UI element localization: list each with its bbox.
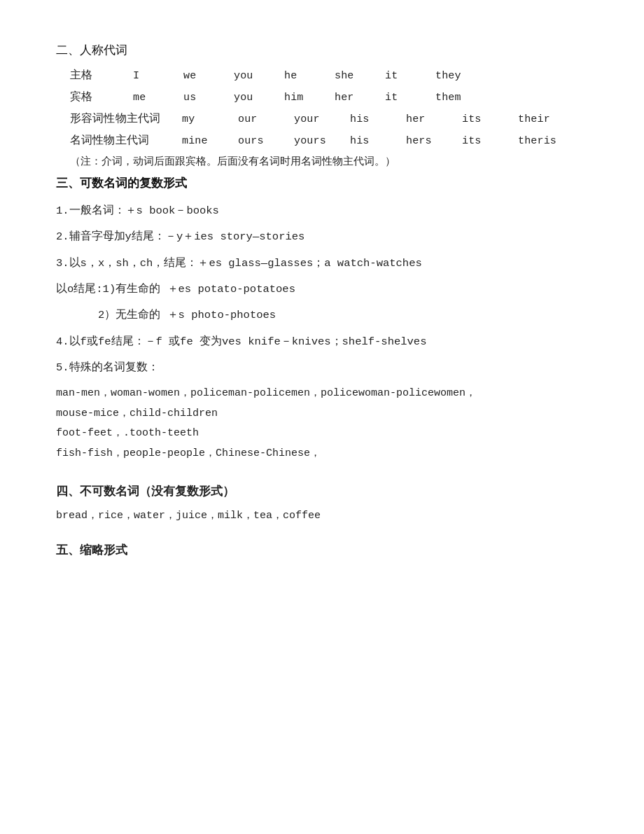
section-4-content: bread，rice，water，juice，milk，tea，coffee (56, 506, 588, 525)
object-me: me (133, 92, 183, 104)
subject-it: it (385, 70, 435, 82)
subject-row: 主格 I we you he she it they (70, 68, 588, 83)
object-them: them (435, 92, 486, 104)
subject-you: you (234, 70, 284, 82)
special-nouns-line4: fish-fish，people-people，Chinese-Chinese， (56, 444, 588, 464)
section-2-title: 二、人称代词 (56, 42, 588, 58)
section-4-title: 四、不可数名词（没有复数形式） (56, 483, 588, 499)
adj-poss-its: its (462, 113, 518, 125)
object-you: you (234, 92, 284, 104)
plural-item-3c: 2）无生命的 ＋s photo-photoes (98, 305, 588, 324)
plural-item-2: 2.辅音字母加y结尾：－y＋ies story—stories (56, 227, 588, 246)
object-him: him (284, 92, 335, 104)
plural-item-3b: 以o结尾:1)有生命的 ＋es potato-potatoes (56, 279, 588, 298)
adj-poss-our: our (238, 113, 294, 125)
adj-poss-her: her (406, 113, 462, 125)
object-it: it (385, 92, 435, 104)
section-3: 三、可数名词的复数形式 1.一般名词：＋s book－books 2.辅音字母加… (56, 175, 588, 464)
special-nouns-line1: man-men，woman-women，policeman-policemen，… (56, 384, 588, 404)
noun-poss-theris: theris (518, 135, 574, 147)
plural-item-4: 4.以f或fe结尾：－f 或fe 变为ves knife－knives；shel… (56, 332, 588, 351)
subject-label: 主格 (70, 68, 133, 83)
section-5-title: 五、缩略形式 (56, 542, 588, 558)
pronoun-note: （注：介词，动词后面跟宾格。后面没有名词时用名词性物主代词。） (70, 155, 588, 168)
noun-poss-hers: hers (406, 135, 462, 147)
adj-poss-your: your (294, 113, 350, 125)
section-4: 四、不可数名词（没有复数形式） bread，rice，water，juice，m… (56, 483, 588, 525)
object-us: us (183, 92, 234, 104)
adj-possessive-row: 形容词性物主代词 my our your his her its their (70, 111, 588, 126)
noun-poss-yours: yours (294, 135, 350, 147)
noun-poss-his: his (350, 135, 406, 147)
special-nouns-line3: foot-feet，.tooth-teeth (56, 424, 588, 444)
section-5: 五、缩略形式 (56, 542, 588, 558)
section-2: 二、人称代词 主格 I we you he she it they 宾格 me … (56, 42, 588, 168)
subject-we: we (183, 70, 234, 82)
noun-possessive-row: 名词性物主代词 mine ours yours his hers its the… (70, 133, 588, 148)
plural-item-5: 5.特殊的名词复数： (56, 358, 588, 377)
object-label: 宾格 (70, 90, 133, 104)
plural-item-3: 3.以s，x，sh，ch，结尾：＋es glass—glasses；a watc… (56, 253, 588, 272)
adj-poss-my: my (182, 113, 238, 125)
noun-possessive-label: 名词性物主代词 (70, 133, 182, 148)
adj-poss-their: their (518, 113, 574, 125)
adj-possessive-label: 形容词性物主代词 (70, 111, 182, 126)
subject-she: she (335, 70, 385, 82)
noun-poss-mine: mine (182, 135, 238, 147)
special-nouns: man-men，woman-women，policeman-policemen，… (56, 384, 588, 464)
special-nouns-line2: mouse-mice，child-children (56, 404, 588, 424)
subject-he: he (284, 70, 335, 82)
pronoun-table: 主格 I we you he she it they 宾格 me us you … (70, 68, 588, 168)
noun-poss-its: its (462, 135, 518, 147)
subject-i: I (133, 70, 183, 82)
adj-poss-his: his (350, 113, 406, 125)
section-3-title: 三、可数名词的复数形式 (56, 175, 588, 191)
subject-they: they (435, 70, 486, 82)
noun-poss-ours: ours (238, 135, 294, 147)
plural-item-1: 1.一般名词：＋s book－books (56, 201, 588, 220)
object-her: her (335, 92, 385, 104)
object-row: 宾格 me us you him her it them (70, 90, 588, 104)
